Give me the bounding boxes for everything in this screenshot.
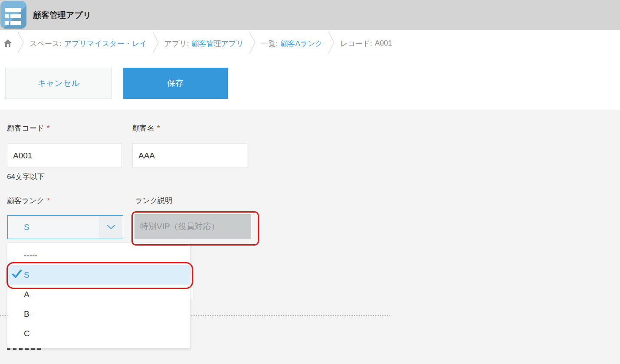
chevron-right-icon xyxy=(17,31,24,56)
required-mark: * xyxy=(157,124,160,132)
breadcrumb-view: 一覧: 顧客Aランク xyxy=(261,39,323,49)
customer-name-label: 顧客名* xyxy=(132,123,160,133)
rank-description-label: ランク説明 xyxy=(135,196,172,206)
chevron-down-icon xyxy=(99,216,123,239)
breadcrumb-view-link[interactable]: 顧客Aランク xyxy=(280,39,323,49)
breadcrumb-app-link[interactable]: 顧客管理アプリ xyxy=(191,39,243,49)
rank-description-field: 特別VIP（役員対応） xyxy=(134,214,251,239)
page: 顧客管理アプリ スペース: アプリマイスター・レイ アプリ: 顧客管理アプリ 一… xyxy=(0,0,620,364)
breadcrumb-record: レコード: A001 xyxy=(340,39,392,49)
rank-option-b[interactable]: B xyxy=(7,304,190,324)
page-title: 顧客管理アプリ xyxy=(33,0,91,30)
customer-rank-label: 顧客ランク* xyxy=(7,196,50,206)
save-button[interactable]: 保存 xyxy=(123,68,228,99)
breadcrumb-space-label: スペース: xyxy=(30,39,62,49)
app-list-icon xyxy=(0,1,26,29)
selected-rank-value: S xyxy=(24,216,30,239)
rank-option-a[interactable]: A xyxy=(7,285,190,304)
chevron-right-icon xyxy=(152,31,159,56)
rank-dropdown-menu: ----- S A B C xyxy=(7,243,190,348)
header-bar: 顧客管理アプリ xyxy=(0,0,620,30)
required-mark: * xyxy=(47,124,50,132)
chevron-right-icon xyxy=(249,31,256,56)
required-mark: * xyxy=(47,197,50,205)
rank-option-s[interactable]: S xyxy=(7,265,190,285)
breadcrumb: スペース: アプリマイスター・レイ アプリ: 顧客管理アプリ 一覧: 顧客Aラン… xyxy=(0,30,620,57)
record-toolbar: キャンセル 保存 xyxy=(0,57,620,110)
breadcrumb-record-value: A001 xyxy=(375,39,392,48)
customer-code-input[interactable] xyxy=(7,143,122,168)
breadcrumb-space-link[interactable]: アプリマイスター・レイ xyxy=(64,39,147,49)
chevron-right-icon xyxy=(328,31,335,56)
rank-description-value: 特別VIP（役員対応） xyxy=(140,221,220,232)
customer-code-label: 顧客コード* xyxy=(7,123,49,133)
home-icon[interactable] xyxy=(3,39,12,48)
breadcrumb-app-label: アプリ: xyxy=(164,39,189,49)
check-icon xyxy=(11,268,23,282)
breadcrumb-app: アプリ: 顧客管理アプリ xyxy=(164,39,244,49)
rank-option-blank[interactable]: ----- xyxy=(7,246,190,265)
record-form: 顧客コード* 顧客名* 64文字以下 顧客ランク* ランク説明 S 特別VIP（… xyxy=(0,110,620,364)
customer-code-hint: 64文字以下 xyxy=(7,172,45,182)
cancel-button[interactable]: キャンセル xyxy=(5,68,112,99)
customer-rank-select[interactable]: S xyxy=(7,215,123,239)
breadcrumb-space: スペース: アプリマイスター・レイ xyxy=(30,39,147,49)
rank-option-c[interactable]: C xyxy=(7,324,190,343)
breadcrumb-view-label: 一覧: xyxy=(261,39,278,49)
customer-name-input[interactable] xyxy=(132,143,247,168)
breadcrumb-record-label: レコード: xyxy=(340,39,372,49)
